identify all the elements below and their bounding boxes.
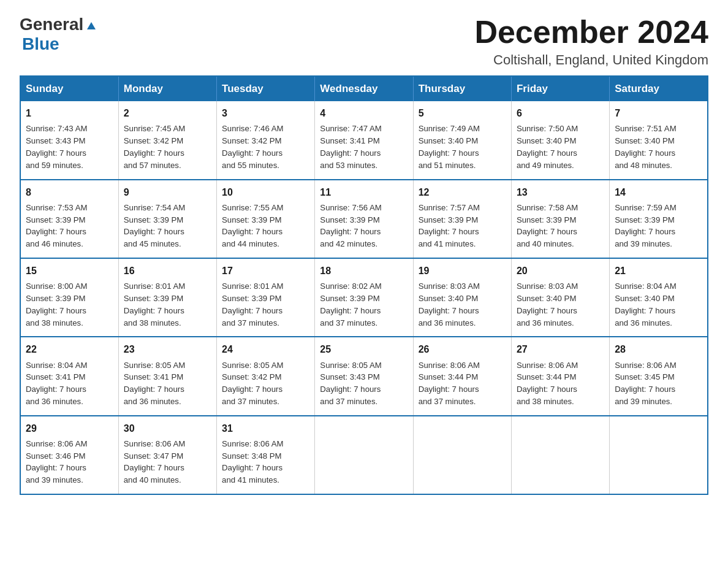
calendar-cell: 8 Sunrise: 7:53 AMSunset: 3:39 PMDayligh… [20, 180, 118, 258]
calendar-cell: 30 Sunrise: 8:06 AMSunset: 3:47 PMDaylig… [118, 416, 216, 494]
day-info: Sunrise: 7:47 AMSunset: 3:41 PMDaylight:… [320, 124, 381, 169]
calendar-cell: 2 Sunrise: 7:45 AMSunset: 3:42 PMDayligh… [118, 101, 216, 179]
day-info: Sunrise: 7:56 AMSunset: 3:39 PMDaylight:… [320, 203, 381, 248]
calendar-cell: 11 Sunrise: 7:56 AMSunset: 3:39 PMDaylig… [315, 180, 413, 258]
calendar-cell: 4 Sunrise: 7:47 AMSunset: 3:41 PMDayligh… [315, 101, 413, 179]
calendar-cell [413, 416, 511, 494]
day-number: 6 [517, 106, 604, 120]
day-info: Sunrise: 8:01 AMSunset: 3:39 PMDaylight:… [222, 282, 283, 327]
calendar-cell: 22 Sunrise: 8:04 AMSunset: 3:41 PMDaylig… [20, 337, 118, 415]
page-header: General Blue December 2024 Coltishall, E… [20, 15, 708, 68]
day-info: Sunrise: 8:06 AMSunset: 3:45 PMDaylight:… [615, 361, 676, 406]
day-number: 31 [222, 421, 309, 435]
day-number: 13 [517, 185, 604, 199]
day-info: Sunrise: 8:00 AMSunset: 3:39 PMDaylight:… [26, 282, 87, 327]
calendar-cell: 9 Sunrise: 7:54 AMSunset: 3:39 PMDayligh… [118, 180, 216, 258]
calendar-week-row: 8 Sunrise: 7:53 AMSunset: 3:39 PMDayligh… [20, 180, 708, 258]
calendar-cell: 3 Sunrise: 7:46 AMSunset: 3:42 PMDayligh… [217, 101, 315, 179]
calendar-cell: 19 Sunrise: 8:03 AMSunset: 3:40 PMDaylig… [413, 258, 511, 337]
calendar-cell: 26 Sunrise: 8:06 AMSunset: 3:44 PMDaylig… [413, 337, 511, 415]
column-header-friday: Friday [511, 76, 609, 101]
day-info: Sunrise: 7:59 AMSunset: 3:39 PMDaylight:… [615, 203, 676, 248]
day-number: 14 [615, 185, 702, 199]
calendar-header-row: SundayMondayTuesdayWednesdayThursdayFrid… [20, 76, 708, 101]
calendar-table: SundayMondayTuesdayWednesdayThursdayFrid… [20, 75, 708, 495]
calendar-cell: 5 Sunrise: 7:49 AMSunset: 3:40 PMDayligh… [413, 101, 511, 179]
day-number: 8 [26, 185, 113, 199]
day-number: 21 [615, 264, 702, 278]
day-number: 20 [517, 264, 604, 278]
calendar-cell: 1 Sunrise: 7:43 AMSunset: 3:43 PMDayligh… [20, 101, 118, 179]
calendar-cell: 10 Sunrise: 7:55 AMSunset: 3:39 PMDaylig… [217, 180, 315, 258]
calendar-cell: 25 Sunrise: 8:05 AMSunset: 3:43 PMDaylig… [315, 337, 413, 415]
day-info: Sunrise: 7:51 AMSunset: 3:40 PMDaylight:… [615, 124, 676, 169]
day-number: 15 [26, 264, 113, 278]
day-number: 23 [124, 342, 211, 356]
logo: General Blue [20, 15, 98, 54]
calendar-cell: 12 Sunrise: 7:57 AMSunset: 3:39 PMDaylig… [413, 180, 511, 258]
day-number: 10 [222, 185, 309, 199]
day-info: Sunrise: 8:03 AMSunset: 3:40 PMDaylight:… [419, 282, 480, 327]
day-number: 16 [124, 264, 211, 278]
day-info: Sunrise: 8:05 AMSunset: 3:41 PMDaylight:… [124, 361, 185, 406]
title-block: December 2024 Coltishall, England, Unite… [474, 15, 708, 68]
calendar-week-row: 1 Sunrise: 7:43 AMSunset: 3:43 PMDayligh… [20, 101, 708, 179]
calendar-cell [511, 416, 609, 494]
calendar-cell: 24 Sunrise: 8:05 AMSunset: 3:42 PMDaylig… [217, 337, 315, 415]
day-number: 28 [615, 342, 702, 356]
day-info: Sunrise: 7:57 AMSunset: 3:39 PMDaylight:… [419, 203, 480, 248]
calendar-cell: 23 Sunrise: 8:05 AMSunset: 3:41 PMDaylig… [118, 337, 216, 415]
day-number: 3 [222, 106, 309, 120]
calendar-cell: 18 Sunrise: 8:02 AMSunset: 3:39 PMDaylig… [315, 258, 413, 337]
day-number: 25 [320, 342, 408, 356]
month-title: December 2024 [474, 15, 708, 50]
day-info: Sunrise: 8:06 AMSunset: 3:46 PMDaylight:… [26, 439, 87, 484]
calendar-cell: 16 Sunrise: 8:01 AMSunset: 3:39 PMDaylig… [118, 258, 216, 337]
day-info: Sunrise: 7:49 AMSunset: 3:40 PMDaylight:… [419, 124, 480, 169]
day-info: Sunrise: 8:04 AMSunset: 3:41 PMDaylight:… [26, 361, 87, 406]
day-number: 18 [320, 264, 408, 278]
day-number: 17 [222, 264, 309, 278]
calendar-week-row: 15 Sunrise: 8:00 AMSunset: 3:39 PMDaylig… [20, 258, 708, 337]
day-number: 27 [517, 342, 604, 356]
day-number: 26 [419, 342, 506, 356]
day-number: 11 [320, 185, 408, 199]
day-info: Sunrise: 8:06 AMSunset: 3:44 PMDaylight:… [517, 361, 578, 406]
day-info: Sunrise: 8:04 AMSunset: 3:40 PMDaylight:… [615, 282, 676, 327]
day-info: Sunrise: 7:50 AMSunset: 3:40 PMDaylight:… [517, 124, 578, 169]
calendar-cell: 14 Sunrise: 7:59 AMSunset: 3:39 PMDaylig… [610, 180, 708, 258]
calendar-cell: 17 Sunrise: 8:01 AMSunset: 3:39 PMDaylig… [217, 258, 315, 337]
day-number: 1 [26, 106, 113, 120]
calendar-cell: 27 Sunrise: 8:06 AMSunset: 3:44 PMDaylig… [511, 337, 609, 415]
day-info: Sunrise: 7:46 AMSunset: 3:42 PMDaylight:… [222, 124, 283, 169]
logo-triangle-icon [85, 18, 98, 32]
day-number: 30 [124, 421, 211, 435]
logo-general-text: General [20, 15, 83, 34]
day-number: 24 [222, 342, 309, 356]
column-header-tuesday: Tuesday [217, 76, 315, 101]
calendar-cell: 29 Sunrise: 8:06 AMSunset: 3:46 PMDaylig… [20, 416, 118, 494]
day-number: 7 [615, 106, 702, 120]
day-info: Sunrise: 8:02 AMSunset: 3:39 PMDaylight:… [320, 282, 381, 327]
day-number: 22 [26, 342, 113, 356]
calendar-cell: 15 Sunrise: 8:00 AMSunset: 3:39 PMDaylig… [20, 258, 118, 337]
day-info: Sunrise: 8:05 AMSunset: 3:43 PMDaylight:… [320, 361, 381, 406]
calendar-cell: 28 Sunrise: 8:06 AMSunset: 3:45 PMDaylig… [610, 337, 708, 415]
column-header-wednesday: Wednesday [315, 76, 413, 101]
day-number: 12 [419, 185, 506, 199]
day-info: Sunrise: 8:03 AMSunset: 3:40 PMDaylight:… [517, 282, 578, 327]
calendar-cell: 21 Sunrise: 8:04 AMSunset: 3:40 PMDaylig… [610, 258, 708, 337]
day-number: 2 [124, 106, 211, 120]
day-info: Sunrise: 7:53 AMSunset: 3:39 PMDaylight:… [26, 203, 87, 248]
day-number: 4 [320, 106, 408, 120]
column-header-monday: Monday [118, 76, 216, 101]
day-info: Sunrise: 8:06 AMSunset: 3:48 PMDaylight:… [222, 439, 283, 484]
location-subtitle: Coltishall, England, United Kingdom [474, 52, 708, 68]
day-number: 5 [419, 106, 506, 120]
column-header-saturday: Saturday [610, 76, 708, 101]
calendar-cell: 6 Sunrise: 7:50 AMSunset: 3:40 PMDayligh… [511, 101, 609, 179]
calendar-cell: 7 Sunrise: 7:51 AMSunset: 3:40 PMDayligh… [610, 101, 708, 179]
calendar-cell [610, 416, 708, 494]
day-info: Sunrise: 7:43 AMSunset: 3:43 PMDaylight:… [26, 124, 87, 169]
day-number: 9 [124, 185, 211, 199]
